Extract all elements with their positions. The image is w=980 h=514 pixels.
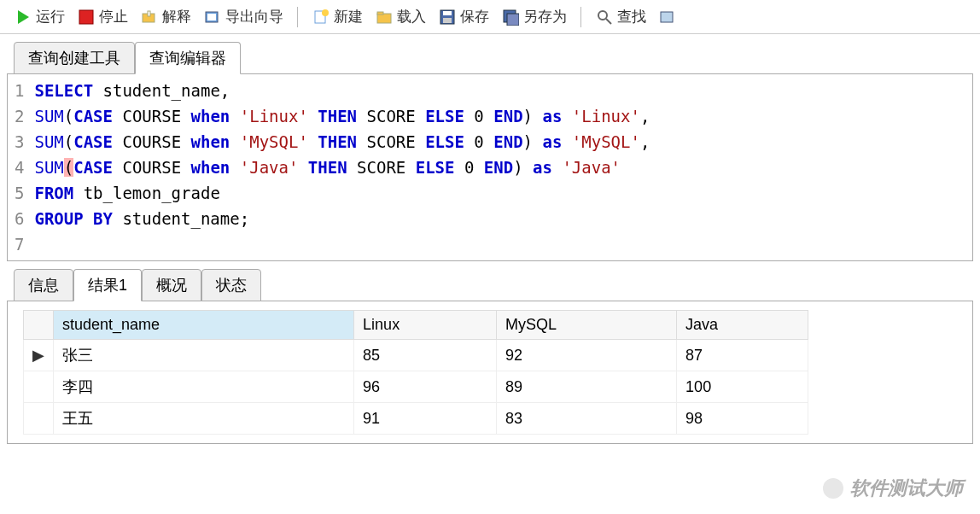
svg-rect-12 [443,18,452,23]
toolbar: 运行 停止 解释 导出向导 新建 载入 保存 [0,0,980,34]
code-line-6[interactable]: GROUP BY student_name; [34,206,972,231]
svg-point-15 [598,11,607,20]
more-icon [658,8,677,26]
code-line-7[interactable] [34,231,972,257]
folder-icon [375,8,394,26]
export-wizard-button[interactable]: 导出向导 [198,5,289,28]
watermark-text: 软件测试大师 [850,476,963,501]
load-label: 载入 [397,7,426,26]
cell[interactable]: 张三 [54,340,354,371]
cell[interactable]: 李四 [54,371,354,403]
row-indicator-header [24,311,54,340]
cell[interactable]: 92 [496,340,676,371]
svg-rect-5 [207,14,216,20]
watermark-icon [823,478,843,499]
stop-label: 停止 [99,7,128,26]
result-tab-1[interactable]: 结果1 [73,269,142,301]
search-icon [595,8,614,26]
svg-line-16 [606,19,611,24]
result-grid: student_nameLinuxMySQLJava▶张三859287李四968… [7,301,973,444]
svg-rect-9 [377,12,383,15]
result-tabs: 信息结果1概况状态 [0,261,980,301]
svg-rect-3 [148,11,150,16]
code-line-5[interactable]: FROM tb_lemon_grade [34,180,972,206]
save-label: 保存 [460,7,489,26]
column-header-Java[interactable]: Java [677,311,808,340]
table-row[interactable]: ▶张三859287 [24,340,808,371]
stop-icon [77,8,96,26]
sql-code[interactable]: SELECT student_name,SUM(CASE COURSE when… [34,78,972,257]
find-label: 查找 [617,7,646,26]
stop-button[interactable]: 停止 [72,5,133,28]
cell[interactable]: 91 [354,403,497,435]
save-button[interactable]: 保存 [433,5,494,28]
code-line-2[interactable]: SUM(CASE COURSE when 'Linux' THEN SCORE … [34,103,972,129]
svg-point-7 [322,9,329,16]
sql-editor[interactable]: 1234567 SELECT student_name,SUM(CASE COU… [7,73,973,261]
column-header-student_name[interactable]: student_name [54,311,354,340]
svg-rect-8 [377,14,391,23]
line-numbers: 1234567 [8,78,34,257]
svg-rect-1 [79,10,93,24]
cell[interactable]: 85 [354,340,497,371]
cell[interactable]: 89 [496,371,676,403]
run-label: 运行 [36,7,65,26]
new-icon [312,8,330,26]
column-header-Linux[interactable]: Linux [354,311,497,340]
table-row[interactable]: 李四9689100 [24,371,808,403]
code-line-1[interactable]: SELECT student_name, [34,78,972,103]
cell[interactable]: 98 [677,403,808,435]
toolbar-separator [297,7,298,27]
tab-0[interactable]: 查询创建工具 [14,42,135,74]
row-indicator [24,403,54,435]
svg-marker-0 [18,10,29,24]
load-button[interactable]: 载入 [370,5,431,28]
row-indicator [24,371,54,403]
cell[interactable]: 王五 [54,403,354,435]
editor-tabs: 查询创建工具查询编辑器 [0,34,980,73]
explain-button[interactable]: 解释 [135,5,196,28]
find-button[interactable]: 查找 [590,5,651,28]
row-indicator: ▶ [24,340,54,371]
save-as-icon [501,8,520,26]
save-icon [438,8,457,26]
run-button[interactable]: 运行 [9,5,70,28]
tab-1[interactable]: 查询编辑器 [135,42,241,74]
toolbar-separator [580,7,581,27]
svg-rect-11 [443,11,452,15]
cell[interactable]: 87 [677,340,808,371]
save-as-label: 另存为 [523,7,567,26]
code-line-3[interactable]: SUM(CASE COURSE when 'MySQL' THEN SCORE … [34,129,972,155]
result-tab-0[interactable]: 信息 [14,269,73,301]
cell[interactable]: 96 [354,371,497,403]
column-header-MySQL[interactable]: MySQL [496,311,676,340]
play-icon [14,8,32,26]
cell[interactable]: 83 [496,403,676,435]
export-icon [203,8,222,26]
cell[interactable]: 100 [677,371,808,403]
result-tab-3[interactable]: 状态 [201,269,261,301]
more-button[interactable] [653,6,682,28]
table-row[interactable]: 王五918398 [24,403,808,435]
explain-icon [140,8,159,26]
watermark: 软件测试大师 [823,476,963,501]
result-table[interactable]: student_nameLinuxMySQLJava▶张三859287李四968… [23,310,808,435]
new-label: 新建 [334,7,363,26]
svg-rect-14 [507,14,519,26]
svg-rect-17 [661,12,673,22]
code-line-4[interactable]: SUM(CASE COURSE when 'Java' THEN SCORE E… [34,155,972,180]
explain-label: 解释 [162,7,191,26]
save-as-button[interactable]: 另存为 [496,5,572,28]
new-button[interactable]: 新建 [306,5,368,28]
result-tab-2[interactable]: 概况 [142,269,201,301]
export-label: 导出向导 [225,7,283,26]
